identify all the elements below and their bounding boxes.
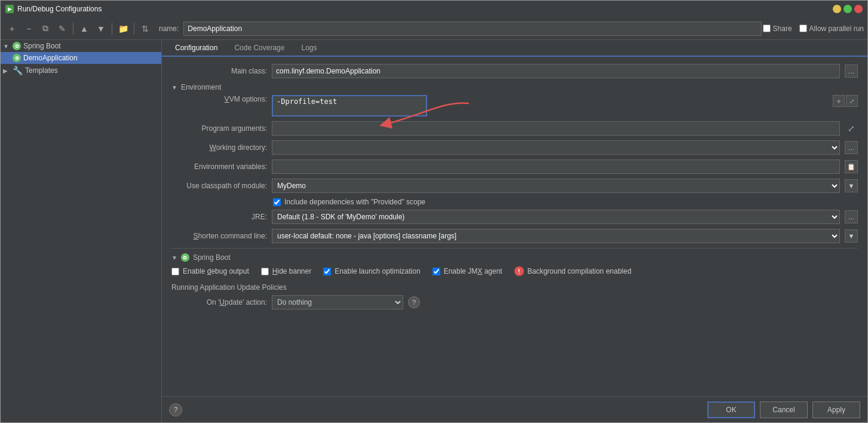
- enable-launch-checkbox-label[interactable]: Enable launch optimization: [323, 267, 420, 275]
- cancel-button[interactable]: Cancel: [760, 401, 808, 418]
- vm-options-expand-button[interactable]: ⤢: [846, 95, 858, 107]
- jre-browse-button[interactable]: …: [845, 210, 858, 223]
- main-class-input[interactable]: [272, 64, 840, 78]
- bg-compilation-error-icon: !: [514, 266, 524, 276]
- vm-options-label: VVM options:: [171, 95, 267, 103]
- folder-button[interactable]: 📁: [115, 21, 131, 36]
- shorten-cmd-dropdown-button[interactable]: ▼: [845, 229, 858, 243]
- tab-code-coverage[interactable]: Code Coverage: [226, 40, 293, 57]
- tab-configuration[interactable]: Configuration: [167, 40, 226, 57]
- working-dir-label: Working directory:: [171, 143, 267, 152]
- jre-select[interactable]: Default (1.8 - SDK of 'MyDemo' module): [272, 210, 840, 224]
- running-policies-title: Running Application Update Policies: [171, 283, 858, 292]
- window-title: Run/Debug Configurations: [17, 5, 829, 13]
- program-args-row: Program arguments: ⤢: [171, 121, 858, 136]
- move-up-button[interactable]: ▲: [76, 21, 92, 36]
- env-vars-label: Environment variables:: [171, 163, 267, 171]
- working-dir-browse-button[interactable]: …: [845, 141, 858, 154]
- vm-options-add-button[interactable]: +: [833, 95, 845, 107]
- share-checkbox-label[interactable]: Share: [763, 24, 792, 33]
- name-field-label: name:: [159, 24, 179, 33]
- minimize-button[interactable]: [833, 5, 841, 13]
- classpath-row: Use classpath of module: MyDemo ▼: [171, 179, 858, 193]
- spring-boot-section-icon: ✿: [181, 253, 189, 262]
- environment-arrow-icon: ▼: [171, 84, 177, 91]
- hide-banner-checkbox-label[interactable]: Hide banner: [261, 267, 311, 275]
- expand-icon: ▼: [3, 43, 10, 50]
- close-button[interactable]: [854, 5, 863, 13]
- spring-boot-group-label: Spring Boot: [23, 42, 157, 50]
- env-vars-input[interactable]: [272, 160, 840, 174]
- templates-expand-icon: ▶: [3, 68, 10, 74]
- spring-boot-section-title: Spring Boot: [193, 253, 231, 262]
- main-content: ▼ ✿ Spring Boot ✿ DemoApplication ▶ 🔧 Te…: [1, 40, 867, 422]
- demo-application-item[interactable]: ✿ DemoApplication: [1, 52, 161, 64]
- vm-options-input[interactable]: -Dprofile=test: [272, 95, 427, 117]
- enable-launch-label: Enable launch optimization: [335, 267, 420, 275]
- apply-button[interactable]: Apply: [812, 401, 860, 418]
- update-action-help-button[interactable]: ?: [408, 296, 420, 308]
- add-configuration-button[interactable]: +: [4, 21, 20, 36]
- tabs: Configuration Code Coverage Logs: [162, 40, 867, 57]
- enable-debug-checkbox-label[interactable]: Enable debug output: [171, 267, 249, 275]
- remove-configuration-button[interactable]: −: [21, 21, 36, 36]
- enable-jmx-checkbox-label[interactable]: Enable JMX agent: [433, 267, 502, 275]
- copy-configuration-button[interactable]: ⧉: [38, 21, 53, 36]
- toolbar: + − ⧉ ✎ ▲ ▼ 📁 ⇅ name: Share Allow parall…: [1, 17, 867, 40]
- tab-logs[interactable]: Logs: [293, 40, 325, 57]
- env-vars-edit-button[interactable]: 📋: [845, 160, 858, 173]
- bg-compilation-row: ! Background compilation enabled: [514, 266, 631, 276]
- right-panel: Configuration Code Coverage Logs Main cl…: [162, 40, 867, 422]
- vm-options-row: VVM options: -Dprofile=test: [171, 95, 858, 117]
- ok-button[interactable]: OK: [707, 401, 755, 418]
- title-bar-controls: [833, 5, 863, 13]
- window-icon: ▶: [5, 5, 14, 13]
- main-class-label: Main class:: [171, 67, 267, 75]
- enable-jmx-checkbox[interactable]: [433, 268, 440, 275]
- vm-options-buttons: + ⤢: [833, 95, 858, 107]
- run-debug-configurations-dialog: ▶ Run/Debug Configurations + − ⧉ ✎ ▲ ▼ 📁…: [0, 0, 868, 423]
- help-button[interactable]: ?: [169, 403, 182, 416]
- shorten-cmd-row: Shorten command line: user-local default…: [171, 229, 858, 243]
- bg-compilation-label: Background compilation enabled: [527, 267, 631, 275]
- demo-app-icon: ✿: [13, 54, 21, 62]
- classpath-select[interactable]: MyDemo: [272, 179, 840, 193]
- sort-button[interactable]: ⇅: [137, 21, 153, 36]
- maximize-button[interactable]: [844, 5, 852, 13]
- env-vars-row: Environment variables: 📋: [171, 160, 858, 174]
- config-content: Main class: … ▼ Environment VVM options:…: [162, 57, 867, 396]
- name-input[interactable]: [183, 22, 761, 36]
- allow-parallel-label: Allow parallel run: [809, 24, 864, 33]
- toolbar-separator-1: [73, 23, 73, 35]
- allow-parallel-checkbox-label[interactable]: Allow parallel run: [799, 24, 864, 33]
- bottom-bar: ? OK Cancel Apply: [162, 396, 867, 422]
- enable-launch-checkbox[interactable]: [323, 268, 331, 275]
- enable-jmx-label: Enable JMX agent: [444, 267, 502, 275]
- title-bar: ▶ Run/Debug Configurations: [1, 1, 867, 17]
- working-dir-select[interactable]: [272, 140, 840, 155]
- update-action-select[interactable]: Do nothing: [272, 295, 403, 309]
- program-args-expand-button[interactable]: ⤢: [845, 122, 858, 135]
- move-down-button[interactable]: ▼: [93, 21, 109, 36]
- update-action-label: On 'Update' action:: [171, 298, 267, 306]
- main-class-browse-button[interactable]: …: [845, 65, 858, 78]
- templates-item[interactable]: ▶ 🔧 Templates: [1, 64, 161, 77]
- spring-boot-group-item[interactable]: ▼ ✿ Spring Boot: [1, 40, 161, 52]
- spring-checkboxes-row: Enable debug output Hide banner Enable l…: [171, 266, 858, 278]
- environment-label: Environment: [181, 83, 221, 91]
- include-deps-row: Include dependencies with "Provided" sco…: [171, 198, 858, 206]
- edit-configuration-button[interactable]: ✎: [54, 21, 70, 36]
- main-class-row: Main class: …: [171, 64, 858, 78]
- running-policies-section: Running Application Update Policies On '…: [171, 283, 858, 309]
- enable-debug-checkbox[interactable]: [171, 268, 179, 275]
- shorten-cmd-select[interactable]: user-local default: none - java [options…: [272, 229, 840, 243]
- include-deps-label[interactable]: Include dependencies with "Provided" sco…: [284, 198, 425, 206]
- classpath-label: Use classpath of module:: [171, 182, 267, 190]
- vm-options-input-wrap: -Dprofile=test: [272, 95, 828, 117]
- allow-parallel-checkbox[interactable]: [799, 24, 807, 32]
- program-args-input[interactable]: [272, 121, 840, 136]
- hide-banner-checkbox[interactable]: [261, 268, 269, 275]
- share-checkbox[interactable]: [763, 24, 771, 32]
- classpath-dropdown-button[interactable]: ▼: [845, 179, 858, 192]
- include-deps-checkbox[interactable]: [273, 198, 281, 206]
